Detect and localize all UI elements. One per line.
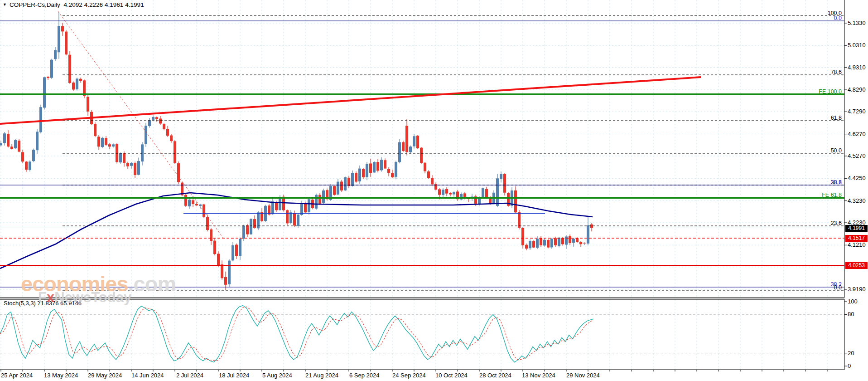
candle-body-bear bbox=[340, 181, 343, 190]
candle-body-bull bbox=[496, 178, 499, 205]
candle-body-bear bbox=[416, 136, 419, 148]
candle-body-bear bbox=[159, 118, 162, 123]
date-axis-label: 28 Oct 2024 bbox=[479, 372, 511, 379]
candle-body-bear bbox=[253, 219, 256, 228]
candle-body-bear bbox=[235, 244, 238, 256]
candle-body-bull bbox=[242, 225, 245, 239]
candle-body-bear bbox=[134, 163, 136, 175]
candle-body-bear bbox=[213, 241, 216, 254]
candle-body-bull bbox=[119, 153, 122, 162]
candle-body-bull bbox=[482, 188, 484, 197]
candle-body-bull bbox=[76, 78, 78, 89]
candle-body-bear bbox=[362, 169, 365, 177]
candle-body-bull bbox=[231, 245, 234, 261]
symbol-dropdown-icon[interactable]: ▼ bbox=[3, 2, 7, 7]
candle-body-bull bbox=[145, 126, 147, 144]
candle-body-bull bbox=[500, 174, 502, 179]
candle-body-bull bbox=[0, 143, 2, 145]
candle-body-bull bbox=[529, 241, 531, 248]
candle-body-bear bbox=[424, 163, 426, 171]
candle-body-bull bbox=[239, 239, 241, 256]
candle-body-bear bbox=[369, 163, 372, 173]
price-chart-canvas[interactable] bbox=[0, 0, 868, 381]
candle-body-bear bbox=[123, 153, 125, 163]
date-axis-label: 21 Aug 2024 bbox=[305, 372, 338, 379]
fib-black-label: 61.8 bbox=[831, 115, 842, 121]
candle-body-bear bbox=[163, 124, 165, 129]
chart-title: ▼COPPER-Cs,Daily 4.20924.22264.19614.199… bbox=[3, 1, 146, 8]
candle-body-bull bbox=[536, 239, 539, 248]
candle-body-bear bbox=[203, 205, 205, 217]
candle-body-bear bbox=[554, 238, 557, 245]
candle-body-bull bbox=[398, 142, 401, 162]
candle-body-bull bbox=[344, 177, 347, 190]
candle-body-bull bbox=[36, 132, 39, 150]
candle-body-bull bbox=[351, 173, 354, 186]
candle-body-bull bbox=[289, 212, 292, 223]
current-price-badge: 4.1991 bbox=[845, 225, 868, 232]
moving-average-line bbox=[0, 193, 593, 269]
candle-body-bear bbox=[387, 169, 390, 173]
candle-body-bull bbox=[366, 164, 368, 177]
candle-body-bear bbox=[333, 186, 336, 195]
candle-body-bear bbox=[105, 138, 107, 145]
candle-body-bear bbox=[318, 195, 321, 204]
candle-body-bull bbox=[337, 182, 339, 195]
candle-body-bear bbox=[184, 195, 187, 205]
fib-blue-label: 38.2 bbox=[831, 281, 842, 288]
candle-body-bear bbox=[108, 144, 111, 147]
ohlc-open: 4.2092 bbox=[63, 1, 82, 8]
candle-body-bear bbox=[21, 152, 24, 161]
watermark-suffix-text: .com bbox=[128, 272, 176, 296]
candle-body-bear bbox=[355, 173, 357, 181]
candle-body-bear bbox=[18, 141, 20, 152]
candle-body-bear bbox=[97, 137, 100, 147]
candle-body-bear bbox=[376, 162, 379, 171]
candle-body-bear bbox=[94, 124, 96, 136]
stoch-name: Stoch(5,3,3) bbox=[4, 300, 36, 307]
candle-body-bear bbox=[126, 163, 129, 166]
fib-blue-label: 23.6 bbox=[831, 179, 842, 186]
fxnewstoday-watermark: FxNewsToday bbox=[38, 289, 131, 306]
price-axis-label: 3.9190 bbox=[848, 286, 866, 293]
candle-body-bear bbox=[590, 225, 593, 228]
candle-body-bull bbox=[358, 169, 361, 181]
fib-black-label: 23.6 bbox=[831, 220, 842, 226]
level-price-badge: 4.1517 bbox=[845, 235, 868, 242]
fe-green-label: FE 61.8 bbox=[822, 192, 842, 198]
candle-body-bear bbox=[72, 83, 75, 89]
candle-body-bull bbox=[565, 236, 568, 244]
candle-body-bull bbox=[32, 150, 35, 161]
candle-body-bear bbox=[68, 55, 71, 83]
fe-green-label: FE 100.0 bbox=[819, 88, 842, 95]
candle-body-bull bbox=[130, 163, 133, 166]
candle-body-bear bbox=[514, 190, 517, 212]
candle-body-bull bbox=[141, 144, 144, 161]
price-axis-label: 4.5270 bbox=[848, 152, 866, 159]
price-axis-label: 4.3230 bbox=[848, 197, 866, 204]
candle-body-bear bbox=[275, 202, 278, 210]
candle-body-bear bbox=[525, 245, 528, 249]
price-axis-label: 4.9310 bbox=[848, 64, 866, 71]
candle-body-bear bbox=[79, 79, 82, 81]
trendline-red bbox=[0, 77, 701, 124]
candle-body-bear bbox=[503, 174, 506, 193]
candle-body-bull bbox=[543, 240, 546, 246]
candle-body-bull bbox=[29, 161, 31, 170]
candle-body-bull bbox=[279, 197, 281, 210]
price-axis-label: 4.4250 bbox=[848, 175, 866, 181]
candle-body-bear bbox=[246, 225, 249, 234]
candle-body-bear bbox=[47, 77, 49, 78]
symbol-period-label: COPPER-Cs,Daily bbox=[10, 1, 60, 8]
price-axis-label: 4.7290 bbox=[848, 108, 866, 115]
candle-body-bear bbox=[579, 242, 582, 244]
candle-body-bear bbox=[166, 129, 169, 136]
candle-body-bear bbox=[10, 147, 13, 149]
candle-body-bull bbox=[558, 238, 560, 246]
candle-body-bull bbox=[54, 50, 57, 59]
candle-body-bear bbox=[174, 141, 176, 163]
candle-body-bull bbox=[43, 77, 46, 107]
stoch-axis-label: 100 bbox=[848, 298, 858, 305]
candle-body-bear bbox=[521, 228, 524, 245]
price-axis-label: 4.1210 bbox=[848, 241, 866, 248]
